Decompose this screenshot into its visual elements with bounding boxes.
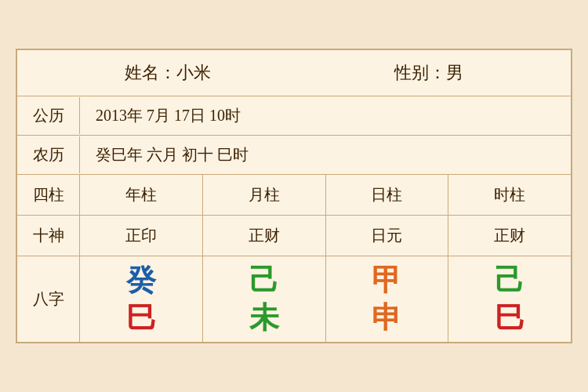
bazi-1-bottom: 未 xyxy=(249,302,279,335)
bazi-cols: 癸 巳 己 未 甲 申 己 巳 xyxy=(80,256,571,343)
bazi-0-top: 癸 xyxy=(126,264,156,297)
bazi-label: 八字 xyxy=(17,256,80,343)
sizhu-col-2: 日柱 xyxy=(326,175,449,215)
bazi-col-3: 己 巳 xyxy=(448,256,571,343)
solar-value: 2013年 7月 17日 10时 xyxy=(80,97,571,134)
lunar-value: 癸巳年 六月 初十 巳时 xyxy=(80,136,571,173)
bazi-3-bottom: 巳 xyxy=(495,302,524,335)
bazi-col-0: 癸 巳 xyxy=(80,256,203,343)
bazi-0-bottom: 巳 xyxy=(126,302,156,335)
shishen-row: 十神 正印 正财 日元 正财 xyxy=(17,216,571,256)
shishen-col-1: 正财 xyxy=(203,216,326,256)
bazi-col-1: 己 未 xyxy=(203,256,326,343)
bazi-2-top: 甲 xyxy=(372,264,401,297)
shishen-col-0: 正印 xyxy=(80,216,203,256)
sizhu-row: 四柱 年柱 月柱 日柱 时柱 xyxy=(17,175,571,216)
solar-label: 公历 xyxy=(17,97,80,134)
name-label: 姓名：小米 xyxy=(125,61,211,85)
bazi-1-top: 己 xyxy=(249,264,279,297)
bazi-2-bottom: 申 xyxy=(372,302,401,335)
main-container: 姓名：小米 性别：男 公历 2013年 7月 17日 10时 农历 癸巳年 六月… xyxy=(16,49,572,344)
sizhu-col-3: 时柱 xyxy=(448,175,571,215)
sizhu-col-1: 月柱 xyxy=(203,175,326,215)
sizhu-cols: 年柱 月柱 日柱 时柱 xyxy=(80,175,571,215)
header-row: 姓名：小米 性别：男 xyxy=(17,50,571,96)
shishen-label: 十神 xyxy=(17,216,80,256)
shishen-col-3: 正财 xyxy=(448,216,571,256)
lunar-row: 农历 癸巳年 六月 初十 巳时 xyxy=(17,136,571,175)
bazi-3-top: 己 xyxy=(495,264,524,297)
sizhu-col-0: 年柱 xyxy=(80,175,203,215)
sizhu-label: 四柱 xyxy=(17,175,80,215)
bazi-col-2: 甲 申 xyxy=(326,256,449,343)
gender-label: 性别：男 xyxy=(394,61,463,85)
lunar-label: 农历 xyxy=(17,136,80,173)
bazi-row: 八字 癸 巳 己 未 甲 申 己 巳 xyxy=(17,256,571,343)
solar-row: 公历 2013年 7月 17日 10时 xyxy=(17,96,571,136)
shishen-cols: 正印 正财 日元 正财 xyxy=(80,216,571,256)
shishen-col-2: 日元 xyxy=(326,216,449,256)
